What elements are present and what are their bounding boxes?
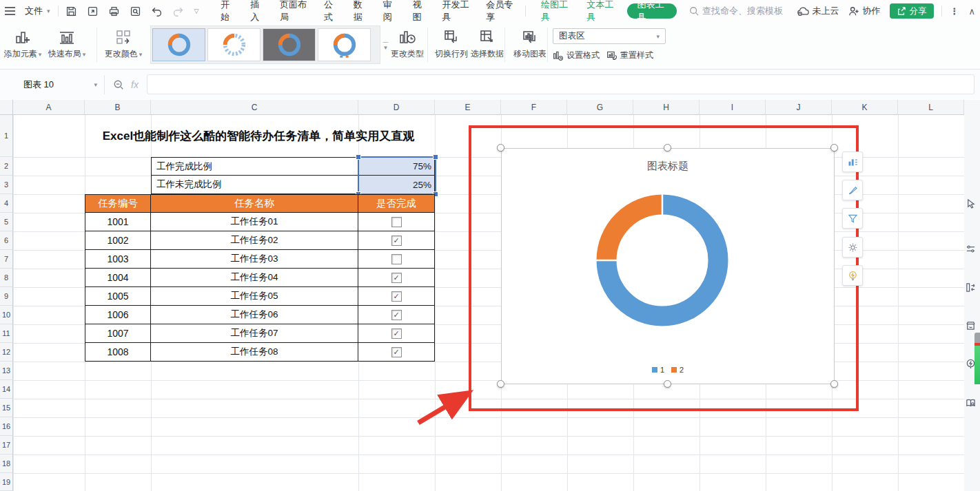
task-id-cell[interactable]: 1004 bbox=[85, 269, 151, 287]
task-name-cell[interactable]: 工作任务03 bbox=[151, 250, 358, 269]
row-header-7[interactable]: 7 bbox=[0, 250, 13, 269]
row-header-19[interactable]: 19 bbox=[0, 473, 13, 491]
tab-review[interactable]: 审阅 bbox=[376, 0, 405, 22]
row-header-8[interactable]: 8 bbox=[0, 269, 13, 287]
task-id-cell[interactable]: 1001 bbox=[85, 213, 151, 231]
row-header-5[interactable]: 5 bbox=[0, 213, 13, 231]
column-header-H[interactable]: H bbox=[633, 100, 700, 115]
share-button[interactable]: 分享 bbox=[885, 0, 939, 22]
task-checkbox-unchecked[interactable] bbox=[391, 254, 402, 264]
add-element-button[interactable]: 添加元素 bbox=[1, 27, 44, 59]
chart-resize-handle[interactable] bbox=[664, 380, 671, 388]
row-header-16[interactable]: 16 bbox=[0, 417, 13, 436]
row-header-15[interactable]: 15 bbox=[0, 399, 13, 417]
name-box[interactable]: 图表 10 ▾ bbox=[0, 75, 105, 94]
adjust-sliders-icon[interactable] bbox=[963, 241, 978, 256]
column-header-G[interactable]: G bbox=[567, 100, 633, 115]
chart-style-thumbnail-2[interactable] bbox=[207, 28, 261, 61]
tool-tab-chart-tools[interactable]: 图表工具 bbox=[627, 3, 677, 19]
collaborate-button[interactable]: 协作 bbox=[844, 0, 885, 22]
zoom-out-icon[interactable] bbox=[113, 79, 124, 90]
task-checkbox-checked[interactable]: ✓ bbox=[391, 328, 402, 339]
task-id-cell[interactable]: 1007 bbox=[85, 324, 151, 343]
task-done-cell[interactable]: ✓ bbox=[358, 306, 435, 324]
chart-resize-handle[interactable] bbox=[664, 144, 671, 152]
tab-insert[interactable]: 插入 bbox=[243, 0, 272, 22]
chart-area-selector[interactable]: 图表区 ▾ bbox=[553, 28, 666, 44]
row-header-1[interactable]: 1 bbox=[0, 115, 13, 157]
save-button[interactable] bbox=[61, 0, 82, 22]
set-format-button[interactable]: 设置格式 bbox=[553, 50, 600, 61]
row-header-2[interactable]: 2 bbox=[0, 157, 13, 176]
selection-handle[interactable] bbox=[433, 154, 438, 160]
column-header-C[interactable]: C bbox=[151, 100, 358, 115]
task-name-cell[interactable]: 工作任务06 bbox=[151, 306, 358, 324]
chart-settings-button[interactable] bbox=[842, 237, 863, 258]
select-all-corner[interactable] bbox=[0, 100, 13, 115]
undo-button[interactable] bbox=[146, 0, 167, 22]
task-checkbox-checked[interactable]: ✓ bbox=[391, 273, 402, 283]
column-header-F[interactable]: F bbox=[501, 100, 567, 115]
row-header-12[interactable]: 12 bbox=[0, 343, 13, 362]
file-menu[interactable]: 文件 bbox=[20, 0, 55, 22]
task-checkbox-checked[interactable]: ✓ bbox=[391, 236, 402, 246]
column-header-D[interactable]: D bbox=[358, 100, 435, 115]
summary-label-cell[interactable]: 工作完成比例 bbox=[151, 157, 358, 176]
qat-customize-button[interactable]: ▽ bbox=[189, 0, 203, 22]
task-name-cell[interactable]: 工作任务04 bbox=[151, 269, 358, 287]
chart-object[interactable]: 图表标题12 bbox=[501, 148, 835, 384]
collapse-ribbon-button[interactable]: ∧ bbox=[963, 0, 980, 22]
chart-legend[interactable]: 12 bbox=[502, 366, 834, 374]
column-header-I[interactable]: I bbox=[700, 100, 766, 115]
task-id-cell[interactable]: 1003 bbox=[85, 250, 151, 269]
task-id-cell[interactable]: 1006 bbox=[85, 306, 151, 324]
task-name-cell[interactable]: 工作任务05 bbox=[151, 287, 358, 306]
change-chart-type-button[interactable]: 更改类型 bbox=[386, 27, 429, 59]
task-checkbox-checked[interactable]: ✓ bbox=[391, 310, 402, 320]
task-checkbox-checked[interactable]: ✓ bbox=[391, 291, 402, 302]
tab-view[interactable]: 视图 bbox=[405, 0, 435, 22]
chart-style-thumbnail-3[interactable] bbox=[263, 28, 316, 61]
column-header-A[interactable]: A bbox=[13, 100, 85, 115]
cell-selection-d2-d3[interactable] bbox=[358, 156, 436, 195]
formula-input[interactable] bbox=[147, 74, 974, 94]
legend-item[interactable]: 2 bbox=[671, 366, 684, 374]
chart-resize-handle[interactable] bbox=[497, 144, 504, 152]
tab-data[interactable]: 数据 bbox=[346, 0, 376, 22]
row-header-17[interactable]: 17 bbox=[0, 436, 13, 455]
chart-filter-button[interactable] bbox=[842, 208, 863, 229]
summary-label-cell[interactable]: 工作未完成比例 bbox=[151, 176, 358, 194]
row-header-10[interactable]: 10 bbox=[0, 306, 13, 324]
fx-icon[interactable]: fx bbox=[131, 79, 139, 90]
task-checkbox-unchecked[interactable] bbox=[391, 217, 402, 227]
column-header-K[interactable]: K bbox=[832, 100, 898, 115]
task-done-cell[interactable] bbox=[358, 250, 435, 269]
task-done-cell[interactable]: ✓ bbox=[358, 287, 435, 306]
print-button[interactable] bbox=[103, 0, 125, 22]
cursor-select-icon[interactable] bbox=[963, 196, 978, 211]
chart-style-thumbnail-1[interactable] bbox=[152, 28, 205, 61]
column-header-E[interactable]: E bbox=[435, 100, 501, 115]
tool-tab-drawing-tools[interactable]: 绘图工具 bbox=[533, 0, 578, 23]
task-done-cell[interactable]: ✓ bbox=[358, 343, 435, 362]
row-header-14[interactable]: 14 bbox=[0, 380, 13, 399]
row-header-18[interactable]: 18 bbox=[0, 455, 13, 473]
task-id-cell[interactable]: 1005 bbox=[85, 287, 151, 306]
book-search-icon[interactable] bbox=[963, 395, 978, 410]
chart-resize-handle[interactable] bbox=[830, 380, 838, 388]
row-header-9[interactable]: 9 bbox=[0, 287, 13, 306]
skin-shop-icon[interactable] bbox=[963, 318, 978, 333]
select-data-button[interactable]: 选择数据 bbox=[466, 27, 509, 59]
row-header-3[interactable]: 3 bbox=[0, 176, 13, 194]
task-name-cell[interactable]: 工作任务07 bbox=[151, 324, 358, 343]
row-header-4[interactable]: 4 bbox=[0, 194, 13, 213]
legend-item[interactable]: 1 bbox=[652, 366, 664, 374]
column-header-B[interactable]: B bbox=[85, 100, 151, 115]
quick-layout-button[interactable]: 快速布局 bbox=[45, 27, 88, 59]
task-name-cell[interactable]: 工作任务01 bbox=[151, 213, 358, 231]
change-colors-button[interactable]: 更改颜色 bbox=[102, 27, 145, 59]
row-header-11[interactable]: 11 bbox=[0, 324, 13, 343]
column-header-L[interactable]: L bbox=[898, 100, 964, 115]
task-done-cell[interactable] bbox=[358, 213, 435, 231]
task-name-cell[interactable]: 工作任务08 bbox=[151, 343, 358, 362]
